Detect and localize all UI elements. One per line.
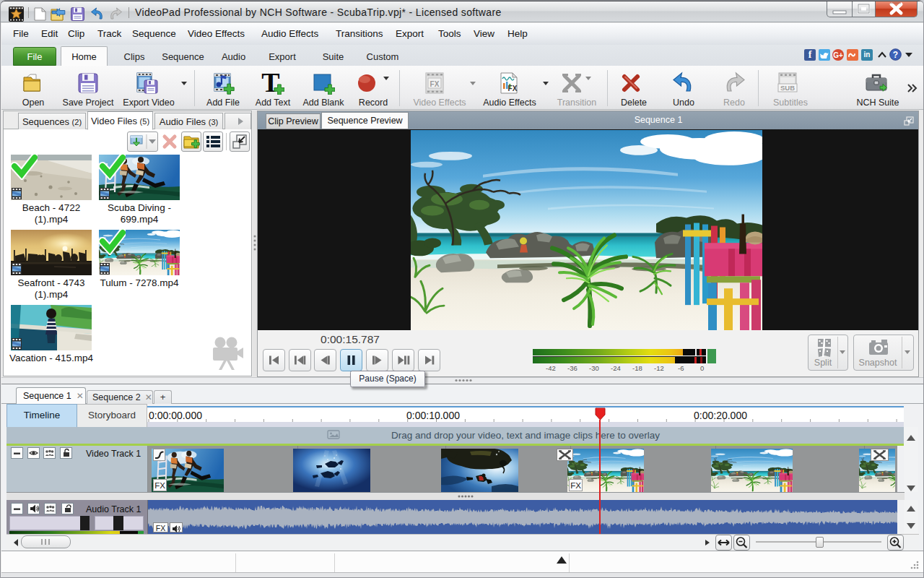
svg-text:?: ?	[893, 50, 898, 60]
svg-text:FX: FX	[430, 80, 440, 88]
svg-text:SUB: SUB	[780, 84, 795, 92]
svg-text:FX: FX	[508, 85, 518, 92]
